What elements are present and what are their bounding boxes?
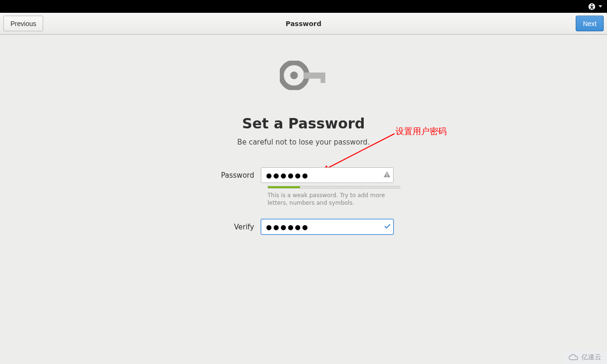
gnome-top-bar [0,0,607,13]
next-button[interactable]: Next [576,16,604,31]
svg-point-1 [591,4,593,5]
key-icon [280,61,327,90]
verify-label: Verify [180,223,261,231]
chevron-down-icon[interactable] [598,5,602,8]
verify-input[interactable] [261,219,394,235]
password-input[interactable] [261,167,394,183]
content-area: Set a Password Be careful not to lose yo… [0,35,607,364]
password-strength-meter [267,186,400,189]
password-label: Password [180,171,261,180]
page-subheading: Be careful not to lose your password. [0,138,607,146]
password-form: Password This is a weak password. Try to… [180,167,427,237]
header-bar: Previous Password Next [0,13,607,35]
watermark: 亿速云 [563,351,607,364]
svg-rect-8 [386,176,387,177]
page-heading: Set a Password [0,115,607,132]
previous-button[interactable]: Previous [3,16,43,31]
password-hint: This is a weak password. Try to add more… [267,191,400,207]
check-icon [384,222,391,231]
warning-icon [383,171,391,180]
watermark-text: 亿速云 [581,353,601,362]
cloud-icon [568,354,579,361]
svg-rect-5 [321,73,325,83]
accessibility-icon[interactable] [588,3,596,10]
svg-rect-7 [386,173,387,176]
page-title: Password [0,20,607,27]
annotation-text: 设置用户密码 [395,126,447,137]
svg-point-3 [290,72,298,79]
